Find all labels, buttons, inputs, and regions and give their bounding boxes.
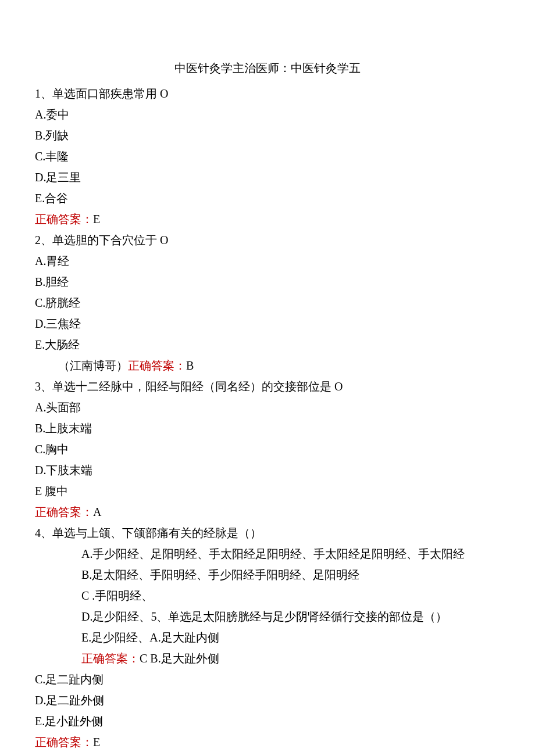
q2-option-c: C.脐胱经 [35,293,500,313]
q2-answer-value: B [186,359,194,372]
q2-option-d: D.三焦经 [35,314,500,334]
q1-answer: 正确答案：E [35,209,500,229]
q3-answer-value: A [93,506,101,518]
q2-answer: （江南博哥）正确答案：B [35,356,500,375]
q4-stem: 4、单选与上颌、下颌部痛有关的经脉是（） [35,523,500,543]
q3-option-e: E 腹中 [35,481,500,501]
q4-option-e: E.足少阳经、 [81,631,149,644]
q5-answer: 正确答案：E [35,732,500,752]
q1-stem: 1、单选面口部疾患常用 O [35,84,500,103]
q3-option-c: C.胸中 [35,439,500,459]
q4-option-d: D.足少阳经、5、单选足太阳膀胱经与足少阴肾经循行交接的部位是（） [35,607,500,626]
q2-prefix: （江南博哥） [58,359,128,372]
q2-option-b: B.胆经 [35,272,500,292]
q2-option-e: E.大肠经 [35,335,500,354]
q1-option-a: A.委中 [35,105,500,124]
q4-option-a: A.手少阳经、足阳明经、手太阳经足阳明经、手太阳经足阳明经、手太阳经 [35,544,500,564]
q3-answer: 正确答案：A [35,502,500,522]
q1-option-e: E.合谷 [35,188,500,208]
q4-answer-value: C [140,652,147,665]
q2-answer-label: 正确答案： [128,359,186,372]
q1-answer-label: 正确答案： [35,213,93,225]
q4-answer-label: 正确答案： [81,652,140,665]
q5-answer-value: E [93,736,100,748]
q1-option-d: D.足三里 [35,167,500,187]
q4-row-e: E.足少阳经、A.足大趾内侧 [35,628,500,647]
q2-stem: 2、单选胆的下合穴位于 O [35,230,500,250]
q5-option-c: C.足二趾内侧 [35,669,500,689]
q3-stem: 3、单选十二经脉中，阳经与阳经（同名经）的交接部位是 O [35,377,500,396]
q4-option-b: B.足太阳经、手阳明经、手少阳经手阳明经、足阳明经 [35,565,500,585]
q3-option-a: A.头面部 [35,397,500,417]
page-title: 中医针灸学主治医师：中医针灸学五 [35,58,500,78]
q4-option-c: C .手阳明经、 [35,586,500,605]
q2-option-a: A.胃经 [35,251,500,271]
q1-option-c: C.丰隆 [35,146,500,166]
q5-option-a: A.足大趾内侧 [149,631,219,644]
q5-option-b: B.足大趾外侧 [150,652,219,665]
q3-option-b: B.上肢末端 [35,418,500,438]
q3-option-d: D.下肢末端 [35,460,500,480]
q1-option-b: B.列缺 [35,126,500,145]
q4-answer-row: 正确答案：C B.足大趾外侧 [35,648,500,668]
q1-answer-value: E [93,213,100,225]
q5-option-d: D.足二趾外侧 [35,690,500,710]
q5-option-e: E.足小趾外侧 [35,711,500,731]
q5-answer-label: 正确答案： [35,736,93,748]
q3-answer-label: 正确答案： [35,506,93,518]
